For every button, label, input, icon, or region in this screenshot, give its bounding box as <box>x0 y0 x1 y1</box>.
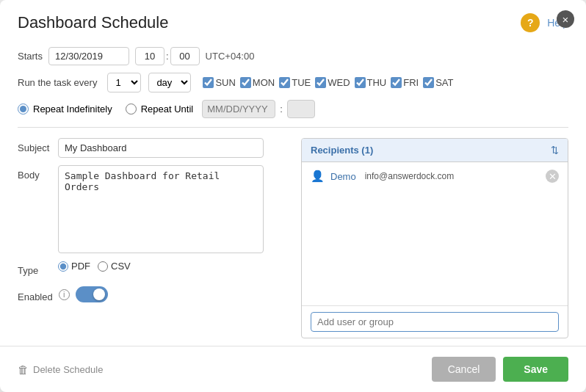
subject-input[interactable] <box>58 138 264 158</box>
day-sun: SUN <box>203 77 235 88</box>
day-mon-label: MON <box>253 77 275 88</box>
type-csv-radio[interactable] <box>98 261 108 272</box>
repeat-indefinitely-group: Repeat Indefinitely <box>18 104 112 115</box>
recipient-name: Demo <box>330 171 356 182</box>
enabled-info-icon[interactable]: i <box>59 289 70 300</box>
days-row: SUN MON TUE WED THU <box>203 77 453 88</box>
run-task-row: Run the task every 1 2 3 7 day week mont… <box>18 73 568 92</box>
modal-footer: 🗑 Delete Schedule Cancel Save <box>0 346 586 392</box>
recipient-item: 👤 Demo info@answerdock.com ✕ <box>302 165 568 187</box>
day-sat: SAT <box>423 77 453 88</box>
repeat-until-group: Repeat Until : <box>126 100 315 118</box>
delete-schedule-label: Delete Schedule <box>33 364 103 375</box>
save-button[interactable]: Save <box>503 357 568 382</box>
starts-row: Starts : UTC+04:00 <box>18 47 568 65</box>
repeat-until-radio[interactable] <box>126 104 137 115</box>
modal-header: Dashboard Schedule ? Help <box>0 0 586 40</box>
day-fri-checkbox[interactable] <box>391 77 402 88</box>
repeat-until-date-input[interactable] <box>202 100 275 118</box>
day-tue: TUE <box>279 77 311 88</box>
right-panel-wrapper: Recipients (1) ⇅ 👤 Demo info@answerdock.… <box>301 138 568 338</box>
day-thu-label: THU <box>367 77 387 88</box>
body-row: Body Sample Dashboard for Retail Orders <box>18 165 289 253</box>
repeat-until-time-input[interactable] <box>287 100 315 118</box>
repeat-until-label[interactable]: Repeat Until <box>141 104 194 115</box>
day-mon: MON <box>240 77 275 88</box>
repeat-until-inputs: : <box>202 100 315 118</box>
delete-schedule-button[interactable]: 🗑 Delete Schedule <box>18 363 103 376</box>
starts-minute-input[interactable] <box>170 47 200 65</box>
run-task-value-select[interactable]: 1 2 3 7 <box>107 73 141 92</box>
recipients-title: Recipients (1) <box>311 145 373 156</box>
starts-date-input[interactable] <box>48 47 129 65</box>
day-sat-checkbox[interactable] <box>423 77 434 88</box>
type-csv-label: CSV <box>111 261 131 272</box>
recipients-header: Recipients (1) ⇅ <box>302 139 568 162</box>
type-pdf-radio[interactable] <box>58 261 68 272</box>
day-thu-checkbox[interactable] <box>355 77 366 88</box>
type-pdf-label: PDF <box>71 261 90 272</box>
repeat-indefinitely-label[interactable]: Repeat Indefinitely <box>33 104 112 115</box>
modal-body: Starts : UTC+04:00 Run the task every 1 … <box>0 40 586 338</box>
day-sat-label: SAT <box>435 77 453 88</box>
recipient-user-icon: 👤 <box>311 170 325 183</box>
repeat-indefinitely-radio[interactable] <box>18 104 29 115</box>
toggle-thumb <box>93 288 105 300</box>
cancel-button[interactable]: Cancel <box>432 357 496 382</box>
type-row: Type PDF CSV <box>18 261 289 276</box>
starts-label: Starts <box>18 51 43 62</box>
add-user-row <box>302 305 568 338</box>
left-panel: Subject Body Sample Dashboard for Retail… <box>18 138 289 338</box>
enabled-toggle[interactable] <box>76 286 108 302</box>
recipients-list: 👤 Demo info@answerdock.com ✕ <box>302 162 568 305</box>
subject-row: Subject <box>18 138 289 158</box>
repeat-time-colon: : <box>280 104 283 115</box>
day-sun-label: SUN <box>215 77 235 88</box>
repeat-row: Repeat Indefinitely Repeat Until : <box>18 100 568 128</box>
day-sun-checkbox[interactable] <box>203 77 214 88</box>
close-button[interactable]: × <box>557 10 574 28</box>
run-task-unit-select[interactable]: day week month <box>148 73 191 92</box>
run-task-label: Run the task every <box>18 77 97 88</box>
dashboard-schedule-modal: × Dashboard Schedule ? Help Starts : UTC… <box>0 0 586 392</box>
body-textarea[interactable]: Sample Dashboard for Retail Orders <box>58 165 264 253</box>
type-options: PDF CSV <box>58 261 131 272</box>
day-mon-checkbox[interactable] <box>240 77 251 88</box>
starts-hour-input[interactable] <box>135 47 164 65</box>
day-wed-label: WED <box>328 77 350 88</box>
timezone-label: UTC+04:00 <box>206 51 255 62</box>
type-csv-option[interactable]: CSV <box>98 261 131 272</box>
type-label: Type <box>18 261 51 276</box>
time-colon: : <box>166 51 169 62</box>
day-thu: THU <box>355 77 387 88</box>
day-tue-checkbox[interactable] <box>279 77 290 88</box>
help-icon-circle[interactable]: ? <box>521 13 540 32</box>
remove-recipient-button[interactable]: ✕ <box>546 170 559 183</box>
day-fri-label: FRI <box>403 77 419 88</box>
modal-title: Dashboard Schedule <box>18 13 168 32</box>
add-user-input[interactable] <box>311 312 559 332</box>
day-wed: WED <box>315 77 350 88</box>
trash-icon: 🗑 <box>18 363 29 376</box>
day-tue-label: TUE <box>292 77 311 88</box>
subject-label: Subject <box>18 138 51 153</box>
day-wed-checkbox[interactable] <box>315 77 326 88</box>
enabled-label: Enabled <box>18 287 53 302</box>
sort-icon[interactable]: ⇅ <box>551 145 559 156</box>
body-label: Body <box>18 165 51 181</box>
enabled-row: Enabled i <box>18 286 289 302</box>
recipient-email: info@answerdock.com <box>365 171 455 181</box>
type-pdf-option[interactable]: PDF <box>58 261 90 272</box>
day-fri: FRI <box>391 77 419 88</box>
footer-right: Cancel Save <box>432 357 568 382</box>
recipients-panel: Recipients (1) ⇅ 👤 Demo info@answerdock.… <box>301 138 568 338</box>
main-content: Subject Body Sample Dashboard for Retail… <box>18 138 568 338</box>
